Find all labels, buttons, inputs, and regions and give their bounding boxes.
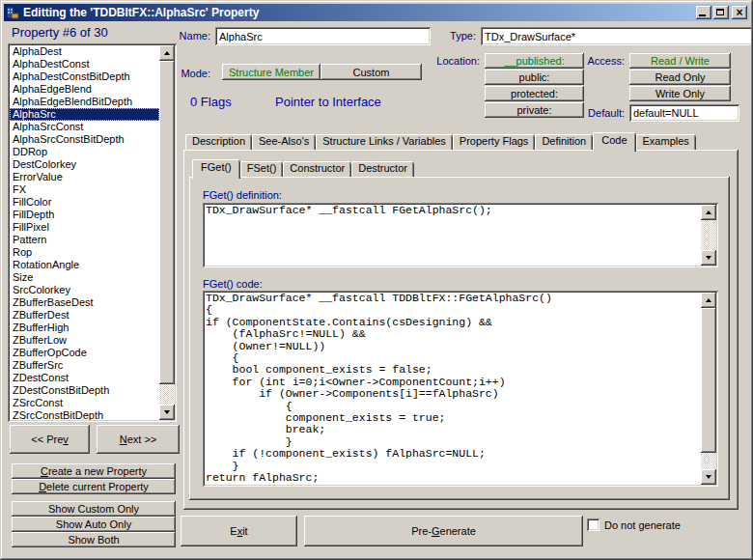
location-protected-button[interactable]: protected: (485, 86, 584, 101)
pre-generate-button[interactable]: Pre-Generate (304, 516, 583, 546)
show-auto-only-button[interactable]: Show Auto Only (12, 517, 176, 532)
list-item[interactable]: DestColorkey (10, 158, 159, 171)
list-item[interactable]: FillPixel (10, 221, 159, 234)
list-item[interactable]: ZBufferBaseDest (10, 296, 159, 309)
list-item[interactable]: ZBufferOpCode (10, 347, 159, 359)
name-input[interactable]: AlphaSrc (215, 27, 431, 45)
arrow-down-icon (706, 256, 711, 260)
property-list[interactable]: AlphaDestAlphaDestConstAlphaDestConstBit… (8, 43, 177, 422)
fget-code-label: FGet() code: (203, 278, 263, 290)
next-button[interactable]: Next >> (97, 425, 180, 454)
tab-property-flags[interactable]: Property Flags (453, 134, 536, 150)
tab-fget[interactable]: FGet() (192, 159, 240, 179)
inner-tab-row: FGet()FSet()ConstructorDestructor (192, 159, 414, 177)
fget-definition-box[interactable]: TDx_DrawSurface* __fastcall FGetAlphaSrc… (203, 203, 718, 267)
default-input[interactable]: default=NULL (629, 104, 739, 122)
access-read-only-button[interactable]: Read Only (629, 70, 731, 85)
list-item[interactable]: Size (10, 271, 159, 284)
do-not-generate-checkbox[interactable] (587, 518, 600, 531)
show-custom-only-label: Show Custom Only (48, 503, 139, 515)
tab-examples[interactable]: Examples (636, 134, 696, 150)
list-item[interactable]: AlphaSrc (10, 108, 159, 121)
list-item[interactable]: ZDestConst (10, 372, 159, 384)
create-property-button[interactable]: Create a new Property (12, 463, 176, 479)
mode-custom-button[interactable]: Custom (321, 64, 422, 80)
type-input[interactable]: TDx_DrawSurface* (481, 27, 753, 45)
minimize-button[interactable] (696, 6, 711, 19)
list-item[interactable]: FillColor (10, 196, 159, 209)
list-item[interactable]: AlphaEdgeBlend (10, 83, 159, 96)
tab-definition[interactable]: Definition (535, 134, 593, 150)
show-custom-only-button[interactable]: Show Custom Only (12, 501, 176, 517)
list-item[interactable]: SrcColorkey (10, 284, 159, 296)
exit-button[interactable]: Exit (181, 516, 297, 546)
tab-fset[interactable]: FSet() (240, 161, 284, 177)
access-write-only-button[interactable]: Write Only (629, 86, 731, 101)
show-both-button[interactable]: Show Both (12, 532, 176, 547)
list-item[interactable]: AlphaEdgeBlendBitDepth (10, 96, 159, 108)
mode-label: Mode: (145, 68, 210, 79)
scroll-up-button[interactable] (159, 45, 175, 61)
fget-definition-text: TDx_DrawSurface* __fastcall FGetAlphaSrc… (206, 205, 700, 266)
property-list-items[interactable]: AlphaDestAlphaDestConstAlphaDestConstBit… (10, 45, 159, 420)
maximize-button[interactable] (713, 6, 729, 19)
access-write-only-label: Write Only (655, 88, 705, 99)
access-label: Access: (567, 55, 625, 67)
location-public-label: public: (519, 71, 550, 83)
arrow-down-icon (706, 475, 711, 479)
tab-description[interactable]: Description (185, 134, 252, 150)
location-public-button[interactable]: public: (485, 70, 584, 85)
scroll-thumb[interactable] (159, 61, 175, 384)
list-item[interactable]: AlphaDestConstBitDepth (10, 70, 159, 83)
arrow-up-icon (706, 210, 711, 214)
list-item[interactable]: AlphaSrcConst (10, 121, 159, 133)
scroll-up-button[interactable] (701, 205, 716, 220)
access-read-write-button[interactable]: Read / Write (629, 53, 731, 69)
list-item[interactable]: AlphaSrcConstBitDepth (10, 133, 159, 146)
scroll-down-button[interactable] (701, 250, 716, 266)
scroll-thumb[interactable] (701, 308, 716, 453)
list-item[interactable]: ZBufferHigh (10, 322, 159, 334)
tab-code[interactable]: Code (593, 132, 635, 152)
scroll-down-button[interactable] (701, 469, 716, 485)
fget-definition-label: FGet() definition: (203, 189, 282, 201)
location-private-label: private: (516, 104, 551, 116)
scroll-up-button[interactable] (701, 293, 716, 308)
list-item[interactable]: ZSrcConst (10, 397, 159, 409)
scroll-down-button[interactable] (159, 405, 175, 420)
list-item[interactable]: RotationAngle (10, 259, 159, 271)
next-button-label: Next >> (120, 434, 157, 445)
tab-destructor[interactable]: Destructor (351, 161, 414, 177)
prev-button[interactable]: << Prev (10, 425, 90, 454)
list-item[interactable]: Rop (10, 246, 159, 259)
prev-button-label: << Prev (31, 434, 69, 445)
list-item[interactable]: DDRop (10, 146, 159, 158)
list-item[interactable]: FX (10, 183, 159, 196)
delete-property-button[interactable]: Delete current Property (12, 479, 176, 494)
list-item[interactable]: Pattern (10, 234, 159, 246)
window-icon (6, 6, 19, 19)
list-item[interactable]: ZBufferDest (10, 309, 159, 322)
list-item[interactable]: ZDestConstBitDepth (10, 384, 159, 397)
tab-constructor[interactable]: Constructor (283, 161, 351, 177)
list-item[interactable]: ErrorValue (10, 171, 159, 183)
name-label: Name: (145, 30, 210, 42)
tab-structure-links-variables[interactable]: Structure Links / Variables (316, 134, 453, 150)
list-item[interactable]: AlphaDest (10, 45, 159, 58)
mode-structure-member-button[interactable]: Structure Member (222, 64, 321, 80)
create-property-label: Create a new Property (41, 465, 147, 477)
list-item[interactable]: ZSrcConstBitDepth (10, 409, 159, 420)
pre-generate-label: Pre-Generate (411, 525, 476, 537)
arrow-up-icon (706, 298, 711, 302)
list-item[interactable]: FillDepth (10, 209, 159, 221)
close-button[interactable]: × (732, 6, 747, 19)
list-item[interactable]: AlphaDestConst (10, 58, 159, 70)
code-scrollbar[interactable] (701, 293, 716, 485)
list-item[interactable]: ZBufferSrc (10, 359, 159, 372)
location-published-label: __published: (504, 55, 564, 67)
fget-code-box[interactable]: TDx_DrawSurface* __fastcall TDDBltFX::FG… (203, 291, 718, 487)
definition-scrollbar[interactable] (701, 205, 716, 266)
list-item[interactable]: ZBufferLow (10, 334, 159, 347)
property-list-scrollbar[interactable] (159, 45, 175, 420)
tab-see-also-s[interactable]: See-Also's (252, 134, 316, 150)
